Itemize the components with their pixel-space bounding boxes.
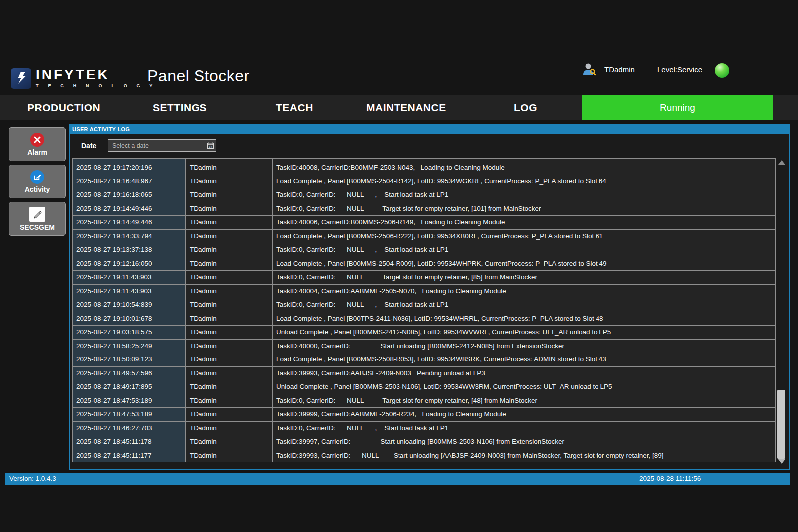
table-row[interactable]: 2025-08-27 18:45:11:178TDadminTaskID:399… bbox=[73, 435, 775, 449]
table-row[interactable]: 2025-08-27 19:10:01:678TDadminLoad Compl… bbox=[73, 312, 775, 326]
row-timestamp: 2025-08-27 18:45:11:178 bbox=[73, 435, 186, 449]
scroll-up-icon[interactable] bbox=[778, 160, 785, 165]
row-user: TDadmin bbox=[186, 408, 273, 421]
table-row[interactable]: 2025-08-27 18:49:57:596TDadminTaskID:399… bbox=[73, 367, 775, 381]
version-label: Version: 1.0.4.3 bbox=[9, 475, 56, 482]
row-user: TDadmin bbox=[186, 202, 273, 216]
row-message: TaskID:40000, CarrierID: Start unloading… bbox=[273, 340, 775, 353]
row-message: TaskID:0, CarrierID: NULL Target slot fo… bbox=[273, 202, 775, 216]
svg-text:14: 14 bbox=[209, 145, 212, 148]
table-row[interactable]: 2025-08-27 19:12:16:050TDadminLoad Compl… bbox=[73, 257, 775, 271]
brand-name: INFYTEK bbox=[36, 68, 156, 82]
row-message: TaskID:0, CarrierID: NULL , Start load t… bbox=[273, 422, 775, 435]
table-row[interactable]: 2025-08-27 19:14:49:446TDadminTaskID:0, … bbox=[73, 202, 775, 216]
row-timestamp: 2025-08-27 19:17:20:196 bbox=[73, 161, 186, 175]
datetime-label: 2025-08-28 11:11:56 bbox=[639, 475, 701, 482]
row-message: Load Complete , Panel [B00MMS-2506-R222]… bbox=[273, 230, 775, 243]
row-user: TDadmin bbox=[186, 161, 273, 175]
row-user: TDadmin bbox=[186, 243, 273, 257]
table-row[interactable]: 2025-08-27 19:03:18:575TDadminUnload Com… bbox=[73, 326, 775, 340]
table-row[interactable]: 2025-08-27 18:47:53:189TDadminTaskID:0, … bbox=[73, 394, 775, 408]
nav-tab-maintenance[interactable]: MAINTENANCE bbox=[366, 95, 446, 120]
log-table-body: 2025-08-27 19:17:20:196TDadminTaskID:400… bbox=[72, 158, 776, 462]
row-message bbox=[273, 159, 775, 161]
row-timestamp: 2025-08-27 18:49:17:895 bbox=[73, 380, 186, 394]
row-timestamp: 2025-08-27 18:46:27:703 bbox=[73, 422, 186, 435]
user-activity-log-panel: USER ACTIVITY LOG Date Select a date 14 … bbox=[69, 124, 790, 470]
row-user: TDadmin bbox=[186, 435, 273, 449]
table-row[interactable]: 2025-08-27 18:45:11:177TDadminTaskID:399… bbox=[73, 449, 775, 463]
table-row[interactable]: 2025-08-27 19:11:43:903TDadminTaskID:0, … bbox=[73, 271, 775, 285]
row-user: TDadmin bbox=[186, 312, 273, 326]
row-user: TDadmin bbox=[186, 298, 273, 312]
running-state-button[interactable]: Running bbox=[582, 95, 773, 120]
row-timestamp: 2025-08-27 18:50:09:123 bbox=[73, 353, 186, 366]
table-row[interactable]: 2025-08-27 18:46:27:703TDadminTaskID:0, … bbox=[73, 422, 775, 436]
page-title: Panel Stocker bbox=[147, 67, 250, 85]
table-row[interactable]: 2025-08-27 19:14:49:446TDadminTaskID:400… bbox=[73, 216, 775, 230]
table-row[interactable]: 2025-08-27 19:16:48:967TDadminLoad Compl… bbox=[73, 175, 775, 189]
calendar-icon[interactable]: 14 bbox=[205, 140, 216, 151]
vertical-scrollbar[interactable] bbox=[777, 158, 787, 467]
row-timestamp: 2025-08-27 19:13:37:138 bbox=[73, 243, 186, 257]
row-message: Unload Complete , Panel [B00MMS-2412-N08… bbox=[273, 326, 775, 339]
user-level: Level:Service bbox=[657, 65, 702, 74]
row-timestamp: 2025-08-27 19:14:49:446 bbox=[73, 216, 186, 229]
row-timestamp: 2025-08-27 19:14:49:446 bbox=[73, 202, 186, 216]
sidebar-item-activity[interactable]: Activity bbox=[9, 165, 66, 198]
row-timestamp: 2025-08-27 18:45:11:177 bbox=[73, 449, 186, 463]
alarm-icon bbox=[30, 133, 44, 147]
brand-block: INFYTEK T E C H N O L O G Y bbox=[36, 68, 156, 88]
row-user: TDadmin bbox=[186, 230, 273, 243]
row-timestamp: 2025-08-27 19:12:16:050 bbox=[73, 257, 186, 271]
nav-tab-log[interactable]: LOG bbox=[514, 95, 537, 120]
row-user: TDadmin bbox=[186, 271, 273, 284]
row-user: TDadmin bbox=[186, 257, 273, 271]
table-row[interactable]: 2025-08-27 19:16:18:065TDadminTaskID:0, … bbox=[73, 188, 775, 202]
row-message: Load Complete , Panel [B00MMS-2504-R009]… bbox=[273, 257, 775, 271]
row-timestamp: 2025-08-27 18:49:57:596 bbox=[73, 367, 186, 380]
row-message: TaskID:39993, CarrierID: NULL Start unlo… bbox=[273, 449, 775, 463]
table-row[interactable]: 2025-08-27 18:58:25:249TDadminTaskID:400… bbox=[73, 340, 775, 354]
table-row[interactable]: 2025-08-27 18:50:09:123TDadminLoad Compl… bbox=[73, 353, 775, 367]
date-filter-label: Date bbox=[81, 142, 96, 150]
sidebar-item-alarm[interactable]: Alarm bbox=[9, 127, 66, 161]
sidebar-item-label: SECSGEM bbox=[20, 223, 55, 231]
nav-tab-settings[interactable]: SETTINGS bbox=[153, 95, 207, 120]
nav-tab-teach[interactable]: TEACH bbox=[276, 95, 313, 120]
connection-status-orb bbox=[715, 63, 729, 78]
company-logo bbox=[11, 68, 31, 89]
brand-subtitle: T E C H N O L O G Y bbox=[36, 83, 156, 88]
row-user: TDadmin bbox=[186, 216, 273, 229]
row-message: Load Complete , Panel [B00MMS-2508-R053]… bbox=[273, 353, 775, 366]
row-timestamp: 2025-08-27 19:16:48:967 bbox=[73, 175, 186, 188]
row-message: TaskID:39993, CarrierID:AABJSF-2409-N003… bbox=[273, 367, 775, 380]
row-message: TaskID:40008, CarrierID:B00MMF-2503-N043… bbox=[273, 161, 775, 175]
table-row[interactable]: 2025-08-27 18:47:53:189TDadminTaskID:399… bbox=[73, 408, 775, 422]
table-row[interactable]: 2025-08-27 19:11:43:903TDadminTaskID:400… bbox=[73, 285, 775, 299]
row-user: TDadmin bbox=[186, 188, 273, 202]
row-message: TaskID:0, CarrierID: NULL , Start load t… bbox=[273, 188, 775, 202]
table-row[interactable]: 2025-08-27 19:10:54:839TDadminTaskID:0, … bbox=[73, 298, 775, 312]
row-user: TDadmin bbox=[186, 367, 273, 380]
row-user: TDadmin bbox=[186, 422, 273, 435]
row-timestamp: 2025-08-27 18:58:25:249 bbox=[73, 340, 186, 353]
table-row[interactable]: 2025-08-27 18:49:17:895TDadminUnload Com… bbox=[73, 380, 775, 394]
scrollbar-thumb[interactable] bbox=[777, 390, 785, 459]
row-timestamp: 2025-08-27 19:11:43:903 bbox=[73, 271, 186, 284]
nav-tab-production[interactable]: PRODUCTION bbox=[27, 95, 100, 120]
row-timestamp: 2025-08-27 18:47:53:189 bbox=[73, 394, 186, 408]
row-user: TDadmin bbox=[186, 353, 273, 366]
row-timestamp: 2025-08-27 19:10:01:678 bbox=[73, 312, 186, 326]
secsgem-icon bbox=[29, 207, 45, 222]
row-message: TaskID:0, CarrierID: NULL , Start load t… bbox=[273, 243, 775, 257]
scroll-down-icon[interactable] bbox=[778, 459, 785, 464]
row-message: TaskID:39999, CarrierID:AABMMF-2506-R234… bbox=[273, 408, 775, 421]
row-user: TDadmin bbox=[186, 326, 273, 339]
table-row[interactable]: 2025-08-27 19:13:37:138TDadminTaskID:0, … bbox=[73, 243, 775, 257]
row-message: TaskID:40004, CarrierID:AABMMF-2505-N070… bbox=[273, 285, 775, 298]
sidebar-item-secsgem[interactable]: SECSGEM bbox=[9, 202, 66, 236]
date-picker-input[interactable]: Select a date 14 bbox=[108, 139, 216, 152]
table-row[interactable]: 2025-08-27 19:14:33:794TDadminLoad Compl… bbox=[73, 230, 775, 244]
table-row[interactable]: 2025-08-27 19:17:20:196TDadminTaskID:400… bbox=[73, 161, 775, 175]
